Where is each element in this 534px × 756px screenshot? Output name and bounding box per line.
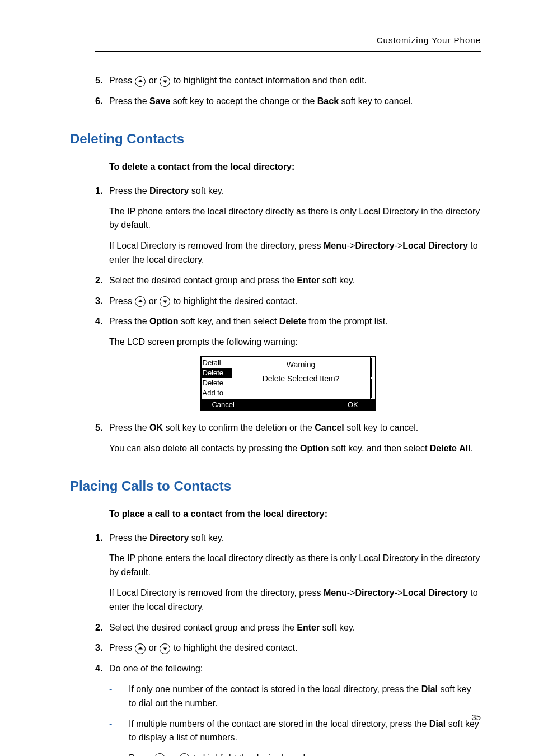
list-item: 3. Press or to highlight the desired con… (95, 641, 481, 655)
text: Do one of the following: (109, 662, 481, 676)
dash-icon: - (109, 683, 129, 711)
text: soft key to accept the change or the (170, 96, 317, 106)
list-number: 2. (95, 621, 109, 635)
dash-icon: - (109, 717, 129, 745)
text: If only one number of the contact is sto… (129, 684, 421, 694)
text: or (146, 296, 159, 306)
text: -> (395, 588, 403, 598)
down-arrow-icon (160, 76, 170, 87)
directory-label: Directory (429, 241, 468, 250)
list-number: 5. (95, 74, 109, 88)
sub-paragraph: Press or to highlight the desired number… (129, 752, 481, 756)
text: If multiple numbers of the contact are s… (129, 719, 429, 729)
sub-list-item: - If multiple numbers of the contact are… (109, 717, 481, 745)
section-heading-placing: Placing Calls to Contacts (70, 475, 481, 496)
list-item: 5. Press the OK soft key to confirm the … (95, 421, 481, 435)
paragraph: The LCD screen prompts the following war… (109, 335, 481, 349)
delete-label: Delete (430, 444, 457, 453)
text: or (146, 643, 159, 652)
up-arrow-icon (135, 643, 146, 654)
down-arrow-icon (160, 643, 170, 654)
text: Press the (109, 316, 149, 326)
lcd-dialog-title: Warning (232, 357, 370, 371)
menu-label: Menu (324, 588, 347, 598)
paragraph: If Local Directory is removed from the d… (109, 239, 481, 267)
text: -> (347, 588, 355, 598)
lcd-scrollbar (371, 357, 375, 399)
text: soft key. (320, 276, 355, 285)
text: Select the desired contact group and pre… (109, 276, 297, 285)
down-arrow-icon (179, 753, 190, 756)
page-header: Customizing Your Phone (95, 34, 481, 52)
text: Press the (109, 96, 149, 106)
text: soft key. (189, 186, 224, 195)
text: soft key to cancel. (344, 423, 419, 432)
local-label: Local (402, 588, 426, 598)
text: Press the (109, 533, 149, 543)
text: to highlight the desired number. (190, 753, 318, 756)
text: -> (395, 241, 403, 250)
enter-label: Enter (297, 276, 320, 285)
list-item: 3. Press or to highlight the desired con… (95, 295, 481, 309)
directory-label: Directory (429, 588, 468, 598)
paragraph: If Local Directory is removed from the d… (109, 586, 481, 614)
lcd-softkey-blank (288, 400, 331, 409)
dial-label: Dial (421, 684, 438, 694)
page-number: 35 (471, 711, 481, 724)
lcd-menu-item: Add to (202, 388, 232, 398)
lcd-softkey-blank (245, 400, 288, 409)
local-label: Local (402, 241, 426, 250)
paragraph: The IP phone enters the local directory … (109, 205, 481, 233)
option-label: Option (300, 444, 329, 453)
lcd-dialog: Warning Delete Selected Item? (232, 357, 371, 399)
text: Press the (109, 186, 149, 195)
directory-label: Directory (355, 241, 394, 250)
list-item: 6. Press the Save soft key to accept the… (95, 95, 481, 109)
option-label: Option (149, 316, 179, 326)
text: Press (109, 76, 134, 85)
list-number: 4. (95, 662, 109, 676)
procedure-intro: To place a call to a contact from the lo… (109, 507, 481, 521)
procedure-intro: To delete a contact from the local direc… (109, 160, 481, 174)
text: soft key, and then select (329, 444, 430, 453)
list-item: 5. Press or to highlight the contact inf… (95, 74, 481, 88)
text: to highlight the desired contact. (171, 643, 297, 652)
lcd-softkeys: Cancel OK (202, 399, 375, 410)
up-arrow-icon (154, 753, 165, 756)
ok-label: OK (149, 423, 163, 432)
text: soft key, and then select (179, 316, 279, 326)
lcd-screenshot: Detail Delete Delete Add to Warning Dele… (200, 356, 376, 411)
text: If Local Directory is removed from the d… (109, 588, 324, 598)
list-item: 4. Do one of the following: (95, 662, 481, 676)
delete-label: Delete (279, 316, 306, 326)
list-number: 1. (95, 184, 109, 198)
text: or (146, 76, 159, 85)
text: soft key to cancel. (339, 96, 413, 106)
save-label: Save (149, 96, 170, 106)
lcd-dialog-message: Delete Selected Item? (232, 371, 370, 385)
directory-label: Directory (149, 533, 189, 543)
back-label: Back (317, 96, 339, 106)
text: Press (109, 643, 134, 652)
list-item: 2. Select the desired contact group and … (95, 274, 481, 288)
list-item: 1. Press the Directory soft key. (95, 184, 481, 198)
list-item: 4. Press the Option soft key, and then s… (95, 315, 481, 329)
text: Select the desired contact group and pre… (109, 623, 297, 632)
text: to highlight the desired contact. (171, 296, 297, 306)
list-number: 1. (95, 531, 109, 545)
list-item: 1. Press the Directory soft key. (95, 531, 481, 545)
list-number: 3. (95, 641, 109, 655)
text: Press the (109, 423, 149, 432)
list-number: 4. (95, 315, 109, 329)
sub-list-item: - If only one number of the contact is s… (109, 683, 481, 711)
paragraph: The IP phone enters the local directory … (109, 552, 481, 580)
list-number: 3. (95, 295, 109, 309)
enter-label: Enter (297, 623, 320, 632)
text: from the prompt list. (306, 316, 388, 326)
page: Customizing Your Phone 5. Press or to hi… (0, 0, 534, 756)
text: You can also delete all contacts by pres… (109, 444, 300, 453)
up-arrow-icon (135, 296, 146, 307)
text: . (471, 444, 473, 453)
list-number: 5. (95, 421, 109, 435)
down-arrow-icon (160, 296, 170, 307)
